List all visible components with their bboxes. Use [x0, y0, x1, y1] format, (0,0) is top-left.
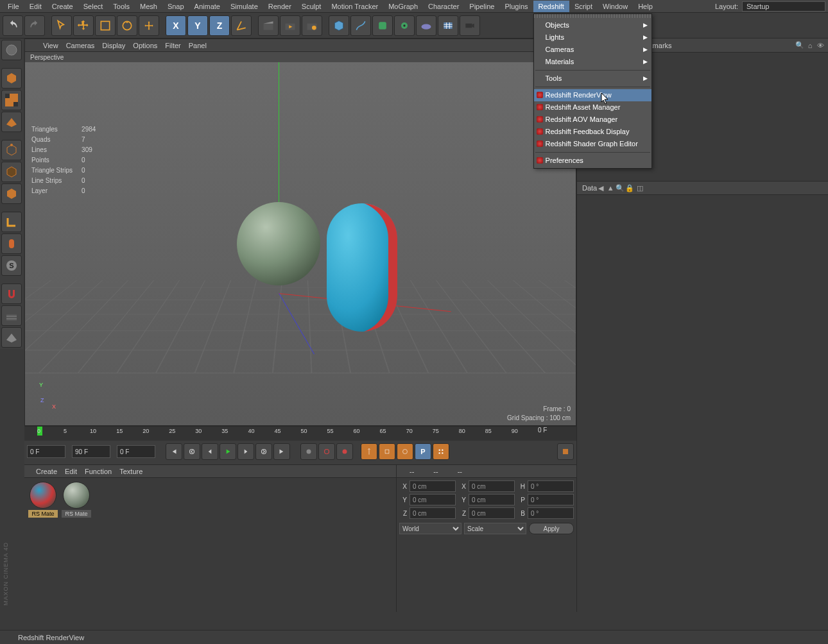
render-pv-button[interactable]: [280, 15, 300, 36]
menu-create[interactable]: Create: [47, 1, 78, 12]
axis-button[interactable]: [1, 212, 22, 232]
viewport-3d-canvas[interactable]: Triangles2984 Quads7 Lines309 Points0 Tr…: [25, 62, 576, 425]
menu-select[interactable]: Select: [78, 1, 108, 12]
menu-pipeline[interactable]: Pipeline: [464, 1, 499, 12]
mat-menu-create[interactable]: Create: [36, 468, 57, 475]
play-button[interactable]: [220, 443, 236, 460]
object-mode-button[interactable]: [1, 68, 22, 89]
dd-cameras[interactable]: Cameras▶: [534, 44, 651, 56]
poly-mode-button[interactable]: [1, 183, 22, 204]
menu-redshift[interactable]: Redshift Objects▶ Lights▶ Cameras▶ Mater…: [533, 1, 569, 12]
mat-menu-texture[interactable]: Texture: [119, 468, 142, 475]
eye-icon[interactable]: 👁: [816, 42, 824, 49]
menu-motiontracker[interactable]: Motion Tracker: [326, 1, 383, 12]
vp-menu-filter[interactable]: Filter: [165, 42, 180, 49]
primitive-button[interactable]: [329, 15, 349, 36]
dd-aovmanager[interactable]: Redshift AOV Manager: [534, 114, 651, 126]
menu-mesh[interactable]: Mesh: [135, 1, 162, 12]
undo-button[interactable]: [3, 15, 23, 36]
menu-animate[interactable]: Animate: [189, 1, 225, 12]
edge-mode-button[interactable]: [1, 162, 22, 182]
key-pla-button[interactable]: [433, 443, 449, 460]
range-end-field[interactable]: [72, 445, 110, 458]
key-rot-button[interactable]: [397, 443, 413, 460]
menu-character[interactable]: Character: [423, 1, 464, 12]
environment-button[interactable]: [416, 15, 436, 36]
search-icon[interactable]: 🔍: [796, 42, 804, 49]
goto-end-button[interactable]: [273, 443, 290, 460]
lock-icon[interactable]: 🔒: [626, 184, 634, 192]
key-pos-button[interactable]: [361, 443, 377, 460]
material-name-label[interactable]: RS Mate: [62, 510, 91, 518]
prev-frame-button[interactable]: [202, 443, 218, 460]
keysel-button[interactable]: [336, 443, 353, 460]
menu-sculpt[interactable]: Sculpt: [297, 1, 327, 12]
coord-z-size-field[interactable]: [469, 507, 515, 519]
select-tool[interactable]: [51, 15, 72, 36]
snap-button[interactable]: S: [1, 255, 22, 276]
magnet-button[interactable]: [1, 284, 22, 304]
dd-tools[interactable]: Tools▶: [534, 72, 651, 85]
move-tool[interactable]: [73, 15, 94, 36]
record-button[interactable]: [300, 443, 317, 460]
light-button[interactable]: [460, 15, 480, 36]
point-mode-button[interactable]: [1, 140, 22, 160]
mat-menu-edit[interactable]: Edit: [65, 468, 77, 475]
coord-y-size-field[interactable]: [469, 494, 515, 505]
mat-menu-function[interactable]: Function: [85, 468, 112, 475]
dd-materials[interactable]: Materials▶: [534, 56, 651, 68]
material-list[interactable]: RS Mate RS Mate: [24, 478, 396, 612]
coord-x-size-field[interactable]: [469, 480, 515, 492]
material-name-label[interactable]: RS Mate: [28, 510, 58, 518]
texture-mode-button[interactable]: [1, 90, 22, 110]
dd-objects[interactable]: Objects▶: [534, 19, 651, 31]
material-swatch[interactable]: RS Mate: [28, 482, 58, 518]
scale-tool[interactable]: [95, 15, 116, 36]
dropdown-grip[interactable]: [534, 14, 651, 18]
generator-button[interactable]: [372, 15, 393, 36]
menu-snap[interactable]: Snap: [162, 1, 189, 12]
sphere-object[interactable]: [237, 202, 320, 285]
nav-back-icon[interactable]: ◀: [597, 184, 605, 192]
spline-button[interactable]: [350, 15, 371, 36]
redo-button[interactable]: [24, 15, 45, 36]
key-param-button[interactable]: P: [415, 443, 431, 460]
render-settings-button[interactable]: [302, 15, 322, 36]
camera-button[interactable]: [438, 15, 458, 36]
coord-y-pos-field[interactable]: [410, 494, 456, 505]
viewport-solo-button[interactable]: [1, 233, 22, 254]
goto-start-button[interactable]: [166, 443, 182, 460]
z-axis-lock[interactable]: Z: [209, 15, 230, 36]
next-frame-button[interactable]: [237, 443, 254, 460]
dd-assetmanager[interactable]: Redshift Asset Manager: [534, 101, 651, 114]
search-icon[interactable]: 🔍: [616, 184, 624, 192]
key-scale-button[interactable]: [379, 443, 395, 460]
vp-menu-options[interactable]: Options: [133, 42, 157, 49]
dd-preferences[interactable]: Preferences: [534, 155, 651, 167]
coord-b-rot-field[interactable]: [528, 507, 574, 519]
x-axis-lock[interactable]: X: [166, 15, 186, 36]
deformer-button[interactable]: [394, 15, 415, 36]
menu-file[interactable]: File: [3, 1, 24, 12]
nav-up-icon[interactable]: ▲: [607, 184, 614, 192]
current-frame-field[interactable]: [117, 445, 155, 458]
home-icon[interactable]: ⌂: [806, 42, 814, 49]
vp-menu-panel[interactable]: Panel: [189, 42, 207, 49]
coord-z-pos-field[interactable]: [410, 507, 456, 519]
coord-system-button[interactable]: [231, 15, 252, 36]
render-view-button[interactable]: [258, 15, 279, 36]
menu-tools[interactable]: Tools: [108, 1, 135, 12]
dd-lights[interactable]: Lights▶: [534, 31, 651, 44]
coord-space-select[interactable]: World: [399, 523, 461, 534]
vp-menu-cameras[interactable]: Cameras: [66, 42, 95, 49]
prev-key-button[interactable]: [184, 443, 200, 460]
menu-render[interactable]: Render: [263, 1, 297, 12]
menu-help[interactable]: Help: [633, 1, 658, 12]
menu-script[interactable]: Script: [569, 1, 598, 12]
coord-h-rot-field[interactable]: [528, 480, 574, 492]
next-key-button[interactable]: [255, 443, 272, 460]
autokey-button[interactable]: [318, 443, 335, 460]
workplane-snap-button[interactable]: [1, 305, 22, 326]
coord-mode-select[interactable]: Scale: [464, 523, 526, 534]
attribute-tab-label[interactable]: Data: [582, 184, 597, 192]
